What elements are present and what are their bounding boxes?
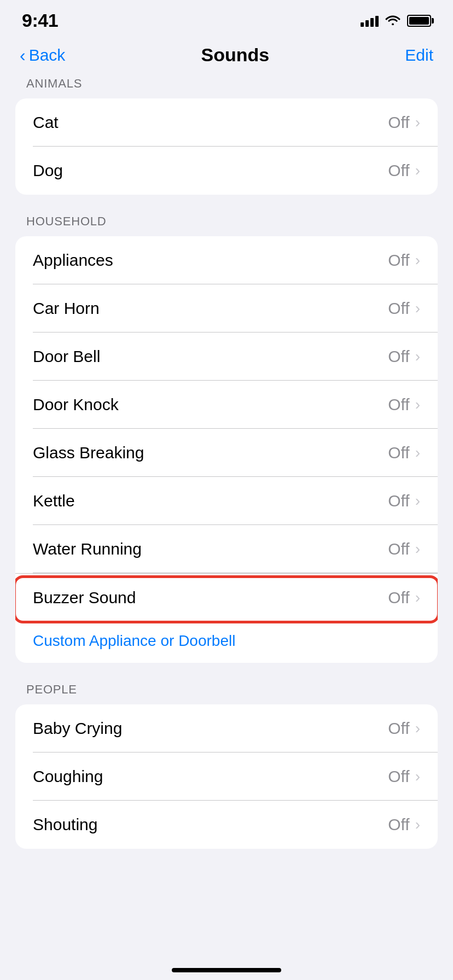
people-card: Baby Crying Off › Coughing Off › Shoutin…	[15, 704, 438, 849]
animals-section: Animals Cat Off › Dog Off ›	[0, 77, 453, 195]
glass-breaking-right: Off ›	[388, 444, 420, 462]
buzzer-sound-value: Off	[388, 588, 409, 607]
shouting-chevron-icon: ›	[415, 816, 420, 833]
glass-breaking-label: Glass Breaking	[33, 444, 144, 462]
door-bell-item[interactable]: Door Bell Off ›	[15, 332, 438, 381]
appliances-chevron-icon: ›	[415, 252, 420, 269]
coughing-item[interactable]: Coughing Off ›	[15, 752, 438, 801]
wifi-icon	[385, 13, 400, 28]
shouting-right: Off ›	[388, 815, 420, 834]
glass-breaking-chevron-icon: ›	[415, 444, 420, 462]
people-section: People Baby Crying Off › Coughing Off ›	[0, 682, 453, 849]
baby-crying-item[interactable]: Baby Crying Off ›	[15, 704, 438, 752]
coughing-value: Off	[388, 767, 409, 786]
buzzer-sound-item[interactable]: Buzzer Sound Off ›	[15, 573, 438, 621]
dog-chevron-icon: ›	[415, 162, 420, 179]
door-bell-right: Off ›	[388, 347, 420, 366]
back-button[interactable]: ‹ Back	[20, 46, 65, 65]
kettle-right: Off ›	[388, 492, 420, 510]
cat-value: Off	[388, 113, 409, 132]
content: Animals Cat Off › Dog Off ›	[0, 77, 453, 958]
signal-icon	[361, 15, 379, 27]
coughing-chevron-icon: ›	[415, 768, 420, 785]
custom-appliance-label: Custom Appliance or Doorbell	[33, 632, 235, 649]
household-header: Household	[0, 214, 453, 236]
door-knock-item[interactable]: Door Knock Off ›	[15, 381, 438, 429]
cat-label: Cat	[33, 113, 59, 132]
car-horn-item[interactable]: Car Horn Off ›	[15, 284, 438, 332]
appliances-item[interactable]: Appliances Off ›	[15, 236, 438, 284]
kettle-item[interactable]: Kettle Off ›	[15, 477, 438, 525]
people-header: People	[0, 682, 453, 704]
dog-label: Dog	[33, 161, 63, 180]
water-running-label: Water Running	[33, 540, 142, 558]
animals-card: Cat Off › Dog Off ›	[15, 98, 438, 195]
household-card: Appliances Off › Car Horn Off › Door Bel…	[15, 236, 438, 663]
page-title: Sounds	[201, 44, 269, 66]
dog-value: Off	[388, 161, 409, 180]
car-horn-right: Off ›	[388, 299, 420, 318]
status-bar: 9:41	[0, 0, 453, 37]
door-knock-value: Off	[388, 395, 409, 414]
shouting-label: Shouting	[33, 815, 97, 834]
kettle-chevron-icon: ›	[415, 492, 420, 510]
car-horn-chevron-icon: ›	[415, 300, 420, 317]
door-bell-value: Off	[388, 347, 409, 366]
edit-button[interactable]: Edit	[405, 46, 433, 65]
water-running-value: Off	[388, 540, 409, 558]
animals-header: Animals	[0, 77, 453, 98]
back-chevron-icon: ‹	[20, 46, 26, 64]
cat-item[interactable]: Cat Off ›	[15, 98, 438, 147]
home-bar	[172, 968, 281, 972]
car-horn-label: Car Horn	[33, 299, 100, 318]
coughing-label: Coughing	[33, 767, 103, 786]
baby-crying-right: Off ›	[388, 719, 420, 738]
water-running-right: Off ›	[388, 540, 420, 558]
shouting-value: Off	[388, 815, 409, 834]
dog-item[interactable]: Dog Off ›	[15, 147, 438, 195]
door-bell-chevron-icon: ›	[415, 348, 420, 365]
status-icons	[361, 13, 431, 28]
buzzer-wrapper: Buzzer Sound Off ›	[15, 573, 438, 621]
car-horn-value: Off	[388, 299, 409, 318]
buzzer-sound-right: Off ›	[388, 588, 420, 607]
door-knock-right: Off ›	[388, 395, 420, 414]
door-bell-label: Door Bell	[33, 347, 100, 366]
back-label: Back	[29, 46, 66, 65]
nav-bar: ‹ Back Sounds Edit	[0, 37, 453, 77]
baby-crying-value: Off	[388, 719, 409, 738]
baby-crying-chevron-icon: ›	[415, 720, 420, 737]
cat-right: Off ›	[388, 113, 420, 132]
appliances-value: Off	[388, 251, 409, 270]
door-knock-chevron-icon: ›	[415, 396, 420, 413]
glass-breaking-item[interactable]: Glass Breaking Off ›	[15, 429, 438, 477]
kettle-label: Kettle	[33, 492, 75, 510]
kettle-value: Off	[388, 492, 409, 510]
buzzer-sound-label: Buzzer Sound	[33, 588, 136, 607]
status-time: 9:41	[22, 10, 58, 31]
custom-appliance-item[interactable]: Custom Appliance or Doorbell	[15, 621, 438, 663]
baby-crying-label: Baby Crying	[33, 719, 122, 738]
shouting-item[interactable]: Shouting Off ›	[15, 801, 438, 849]
cat-chevron-icon: ›	[415, 114, 420, 131]
water-running-item[interactable]: Water Running Off ›	[15, 525, 438, 573]
battery-icon	[407, 15, 431, 27]
glass-breaking-value: Off	[388, 444, 409, 462]
page: 9:41 ‹ Back Soun	[0, 0, 453, 980]
home-indicator	[0, 958, 453, 980]
dog-right: Off ›	[388, 161, 420, 180]
household-section: Household Appliances Off › Car Horn Off …	[0, 214, 453, 663]
appliances-label: Appliances	[33, 251, 113, 270]
appliances-right: Off ›	[388, 251, 420, 270]
buzzer-sound-chevron-icon: ›	[415, 589, 420, 606]
door-knock-label: Door Knock	[33, 395, 119, 414]
coughing-right: Off ›	[388, 767, 420, 786]
water-running-chevron-icon: ›	[415, 540, 420, 558]
